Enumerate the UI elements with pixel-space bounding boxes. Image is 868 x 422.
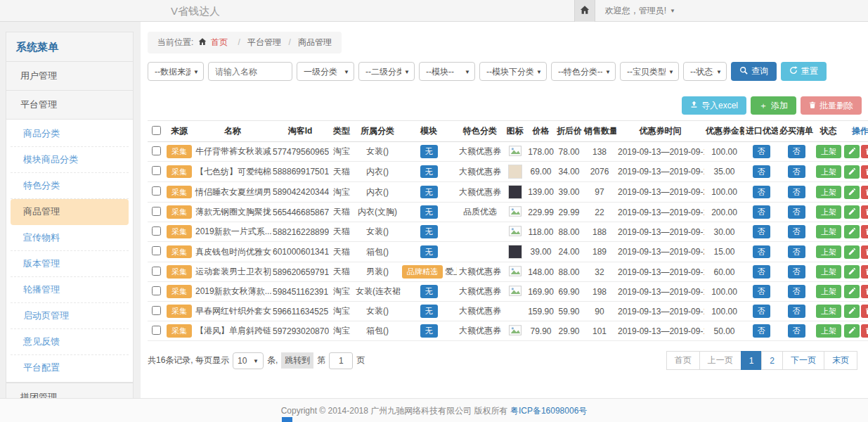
must-buy-badge[interactable]: 否	[788, 165, 805, 178]
jump-page-input[interactable]	[329, 352, 353, 369]
search-button[interactable]: 查询	[731, 62, 777, 81]
status-badge[interactable]: 上架	[816, 324, 841, 337]
delete-button[interactable]	[861, 145, 868, 158]
status-badge[interactable]: 上架	[816, 225, 841, 238]
icp-link[interactable]: 粤ICP备16098006号	[510, 406, 587, 416]
feature-category-select[interactable]: --特色分类--	[551, 62, 616, 81]
row-checkbox[interactable]	[152, 226, 161, 236]
row-checkbox[interactable]	[152, 267, 161, 276]
row-checkbox[interactable]	[152, 246, 161, 255]
page-button-1[interactable]: 1	[741, 351, 763, 370]
must-buy-badge[interactable]: 否	[788, 265, 805, 278]
row-checkbox[interactable]	[152, 166, 161, 175]
status-badge[interactable]: 上架	[816, 186, 841, 198]
sidebar-item-意见反馈[interactable]: 意见反馈	[11, 329, 129, 355]
select-all-checkbox[interactable]	[152, 126, 161, 135]
row-checkbox[interactable]	[152, 286, 161, 295]
status-badge[interactable]: 上架	[816, 165, 841, 178]
row-checkbox[interactable]	[152, 146, 161, 155]
row-checkbox[interactable]	[152, 207, 161, 216]
floating-button-partial[interactable]	[282, 417, 292, 422]
edit-button[interactable]	[844, 324, 860, 338]
import-select-badge[interactable]: 否	[753, 245, 770, 258]
page-button-首页[interactable]: 首页	[666, 351, 700, 370]
status-badge[interactable]: 上架	[816, 145, 841, 158]
module-select[interactable]: --模块--	[419, 62, 475, 81]
sidebar-item-启动页管理[interactable]: 启动页管理	[11, 303, 129, 329]
import-select-badge[interactable]: 否	[753, 186, 770, 198]
must-buy-badge[interactable]: 否	[788, 186, 805, 198]
must-buy-badge[interactable]: 否	[788, 205, 805, 218]
user-menu[interactable]: 欢迎您，管理员! ▼	[595, 0, 685, 22]
edit-button[interactable]	[844, 165, 860, 179]
batch-delete-button[interactable]: 批量删除	[801, 96, 862, 115]
status-select[interactable]: --状态--	[683, 62, 727, 81]
page-button-2[interactable]: 2	[761, 351, 783, 370]
level2-category-select[interactable]: --二级分类--	[358, 62, 415, 81]
import-select-badge[interactable]: 否	[753, 225, 770, 238]
add-button[interactable]: ＋ 添加	[751, 96, 796, 115]
row-checkbox[interactable]	[152, 326, 161, 335]
import-select-badge[interactable]: 否	[753, 285, 770, 298]
sidebar-item-平台配置[interactable]: 平台配置	[11, 355, 129, 381]
import-select-badge[interactable]: 否	[753, 265, 770, 278]
sidebar-item-宣传物料[interactable]: 宣传物料	[11, 225, 129, 251]
must-buy-badge[interactable]: 否	[788, 324, 805, 337]
data-source-select[interactable]: --数据来源--	[148, 62, 204, 81]
must-buy-badge[interactable]: 否	[788, 145, 805, 158]
breadcrumb-home-link[interactable]: 首页	[211, 37, 228, 47]
sidebar-item-商品分类[interactable]: 商品分类	[11, 121, 129, 147]
import-select-badge[interactable]: 否	[753, 305, 770, 317]
edit-button[interactable]	[844, 245, 860, 259]
must-buy-badge[interactable]: 否	[788, 225, 805, 238]
page-button-上一页[interactable]: 上一页	[699, 351, 741, 370]
row-checkbox[interactable]	[152, 306, 161, 315]
import-select-badge[interactable]: 否	[753, 205, 770, 218]
item-type-select[interactable]: --宝贝类型--	[620, 62, 679, 81]
status-badge[interactable]: 上架	[816, 305, 841, 317]
delete-button[interactable]	[861, 265, 868, 279]
delete-button[interactable]	[861, 186, 868, 199]
delete-button[interactable]	[861, 305, 868, 318]
must-buy-badge[interactable]: 否	[788, 285, 805, 298]
status-badge[interactable]: 上架	[816, 265, 841, 278]
edit-button[interactable]	[844, 285, 860, 298]
delete-button[interactable]	[861, 285, 868, 298]
sidebar-group-user-management[interactable]: 用户管理	[6, 61, 134, 90]
import-select-badge[interactable]: 否	[753, 165, 770, 178]
delete-button[interactable]	[861, 205, 868, 219]
level1-category-select[interactable]: 一级分类	[297, 62, 354, 81]
delete-button[interactable]	[861, 245, 868, 259]
status-badge[interactable]: 上架	[816, 285, 841, 298]
delete-button[interactable]	[861, 225, 868, 238]
sidebar-item-轮播管理[interactable]: 轮播管理	[11, 277, 129, 303]
edit-button[interactable]	[844, 225, 860, 238]
sidebar-item-特色分类[interactable]: 特色分类	[11, 173, 129, 199]
import-excel-button[interactable]: 导入excel	[682, 96, 746, 115]
home-button[interactable]	[574, 0, 595, 22]
must-buy-badge[interactable]: 否	[788, 305, 805, 317]
per-page-select[interactable]: 10	[233, 352, 264, 369]
page-button-末页[interactable]: 末页	[824, 351, 857, 370]
edit-button[interactable]	[844, 205, 860, 219]
status-badge[interactable]: 上架	[816, 245, 841, 258]
sidebar-item-版本管理[interactable]: 版本管理	[11, 251, 129, 277]
sidebar-group-platform-management[interactable]: 平台管理	[6, 90, 134, 119]
name-search-input[interactable]	[208, 62, 292, 81]
reset-button[interactable]: 重置	[781, 62, 827, 81]
module-subcategory-select[interactable]: --模块下分类--	[479, 62, 547, 81]
row-checkbox[interactable]	[152, 186, 161, 196]
delete-button[interactable]	[861, 165, 868, 179]
sidebar-item-商品管理[interactable]: 商品管理	[11, 199, 129, 225]
sidebar-item-模块商品分类[interactable]: 模块商品分类	[11, 147, 129, 173]
edit-button[interactable]	[844, 145, 860, 158]
import-select-badge[interactable]: 否	[753, 145, 770, 158]
edit-button[interactable]	[844, 305, 860, 318]
edit-button[interactable]	[844, 265, 860, 279]
edit-button[interactable]	[844, 186, 860, 199]
import-select-badge[interactable]: 否	[753, 324, 770, 337]
status-badge[interactable]: 上架	[816, 205, 841, 218]
must-buy-badge[interactable]: 否	[788, 245, 805, 258]
delete-button[interactable]	[861, 324, 868, 338]
page-button-下一页[interactable]: 下一页	[782, 351, 824, 370]
